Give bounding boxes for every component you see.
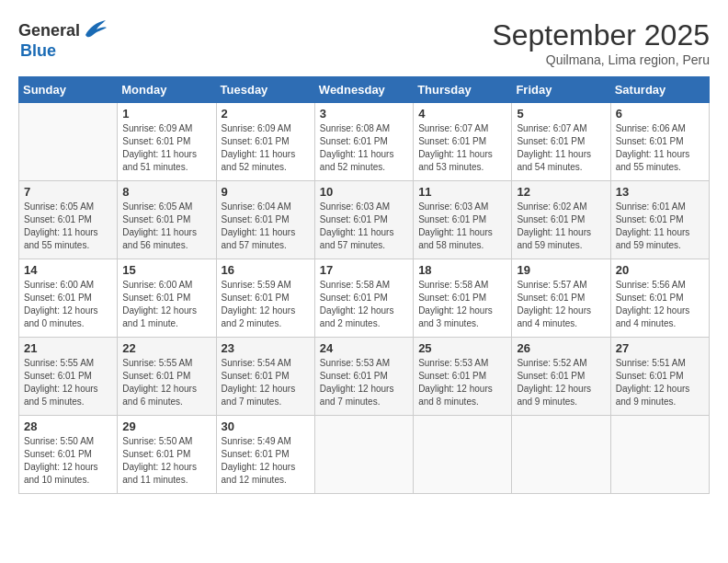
- calendar-cell: [512, 416, 610, 494]
- day-number: 8: [122, 185, 210, 199]
- calendar-cell: 4Sunrise: 6:07 AMSunset: 6:01 PMDaylight…: [414, 103, 512, 181]
- logo-blue-text: Blue: [20, 42, 108, 59]
- calendar-cell: 29Sunrise: 5:50 AMSunset: 6:01 PMDayligh…: [118, 416, 216, 494]
- day-info: Sunrise: 6:00 AMSunset: 6:01 PMDaylight:…: [122, 279, 210, 330]
- calendar-cell: 24Sunrise: 5:53 AMSunset: 6:01 PMDayligh…: [314, 338, 413, 416]
- calendar-cell: 12Sunrise: 6:02 AMSunset: 6:01 PMDayligh…: [512, 181, 610, 259]
- calendar-cell: 30Sunrise: 5:49 AMSunset: 6:01 PMDayligh…: [216, 416, 314, 494]
- day-info: Sunrise: 6:06 AMSunset: 6:01 PMDaylight:…: [616, 122, 704, 174]
- day-info: Sunrise: 5:55 AMSunset: 6:01 PMDaylight:…: [24, 357, 112, 408]
- calendar-cell: [314, 416, 413, 494]
- calendar-cell: 23Sunrise: 5:54 AMSunset: 6:01 PMDayligh…: [216, 338, 314, 416]
- calendar-cell: 17Sunrise: 5:58 AMSunset: 6:01 PMDayligh…: [314, 259, 413, 338]
- title-area: September 2025 Quilmana, Lima region, Pe…: [492, 18, 710, 67]
- day-number: 4: [418, 107, 506, 121]
- day-number: 19: [517, 263, 605, 277]
- header-monday: Monday: [118, 77, 216, 103]
- calendar-cell: 22Sunrise: 5:55 AMSunset: 6:01 PMDayligh…: [118, 338, 216, 416]
- calendar-title: September 2025: [492, 18, 710, 52]
- day-info: Sunrise: 5:49 AMSunset: 6:01 PMDaylight:…: [222, 435, 310, 487]
- day-info: Sunrise: 5:50 AMSunset: 6:01 PMDaylight:…: [24, 435, 112, 487]
- calendar-cell: 21Sunrise: 5:55 AMSunset: 6:01 PMDayligh…: [19, 338, 118, 416]
- day-number: 30: [222, 419, 310, 433]
- calendar-cell: 28Sunrise: 5:50 AMSunset: 6:01 PMDayligh…: [19, 416, 118, 494]
- day-info: Sunrise: 5:56 AMSunset: 6:01 PMDaylight:…: [616, 279, 704, 330]
- day-info: Sunrise: 6:05 AMSunset: 6:01 PMDaylight:…: [24, 201, 112, 252]
- day-info: Sunrise: 6:03 AMSunset: 6:01 PMDaylight:…: [320, 201, 408, 252]
- header: General Blue September 2025 Quilmana, Li…: [18, 18, 710, 67]
- calendar-cell: [414, 416, 512, 494]
- calendar-cell: [610, 416, 709, 494]
- header-saturday: Saturday: [610, 77, 709, 103]
- day-number: 10: [320, 185, 408, 199]
- day-info: Sunrise: 5:58 AMSunset: 6:01 PMDaylight:…: [418, 279, 506, 330]
- day-number: 21: [24, 341, 112, 355]
- day-info: Sunrise: 5:52 AMSunset: 6:01 PMDaylight:…: [517, 357, 605, 408]
- header-friday: Friday: [512, 77, 610, 103]
- logo: General Blue: [18, 18, 108, 59]
- day-number: 18: [418, 263, 506, 277]
- day-info: Sunrise: 6:05 AMSunset: 6:01 PMDaylight:…: [122, 201, 210, 252]
- calendar-week-row: 1Sunrise: 6:09 AMSunset: 6:01 PMDaylight…: [19, 103, 710, 181]
- day-info: Sunrise: 6:09 AMSunset: 6:01 PMDaylight:…: [222, 122, 310, 174]
- day-number: 6: [616, 107, 704, 121]
- day-number: 22: [122, 341, 210, 355]
- calendar-cell: 6Sunrise: 6:06 AMSunset: 6:01 PMDaylight…: [610, 103, 709, 181]
- day-info: Sunrise: 5:53 AMSunset: 6:01 PMDaylight:…: [418, 357, 506, 408]
- calendar-cell: 20Sunrise: 5:56 AMSunset: 6:01 PMDayligh…: [610, 259, 709, 338]
- day-number: 16: [222, 263, 310, 277]
- calendar-cell: [19, 103, 118, 181]
- calendar-cell: 25Sunrise: 5:53 AMSunset: 6:01 PMDayligh…: [414, 338, 512, 416]
- calendar-cell: 10Sunrise: 6:03 AMSunset: 6:01 PMDayligh…: [314, 181, 413, 259]
- header-wednesday: Wednesday: [314, 77, 413, 103]
- calendar-cell: 3Sunrise: 6:08 AMSunset: 6:01 PMDaylight…: [314, 103, 413, 181]
- day-number: 28: [24, 419, 112, 433]
- day-info: Sunrise: 6:08 AMSunset: 6:01 PMDaylight:…: [320, 122, 408, 174]
- calendar-table: SundayMondayTuesdayWednesdayThursdayFrid…: [18, 76, 710, 494]
- calendar-cell: 27Sunrise: 5:51 AMSunset: 6:01 PMDayligh…: [610, 338, 709, 416]
- calendar-week-row: 21Sunrise: 5:55 AMSunset: 6:01 PMDayligh…: [19, 338, 710, 416]
- day-number: 1: [122, 107, 210, 121]
- calendar-cell: 7Sunrise: 6:05 AMSunset: 6:01 PMDaylight…: [19, 181, 118, 259]
- day-info: Sunrise: 5:55 AMSunset: 6:01 PMDaylight:…: [122, 357, 210, 408]
- day-number: 27: [616, 341, 704, 355]
- day-number: 12: [517, 185, 605, 199]
- calendar-week-row: 7Sunrise: 6:05 AMSunset: 6:01 PMDaylight…: [19, 181, 710, 259]
- day-info: Sunrise: 6:04 AMSunset: 6:01 PMDaylight:…: [222, 201, 310, 252]
- day-number: 11: [418, 185, 506, 199]
- day-number: 17: [320, 263, 408, 277]
- day-info: Sunrise: 5:50 AMSunset: 6:01 PMDaylight:…: [122, 435, 210, 487]
- day-info: Sunrise: 5:53 AMSunset: 6:01 PMDaylight:…: [320, 357, 408, 408]
- header-sunday: Sunday: [19, 77, 118, 103]
- day-number: 20: [616, 263, 704, 277]
- day-number: 25: [418, 341, 506, 355]
- calendar-cell: 16Sunrise: 5:59 AMSunset: 6:01 PMDayligh…: [216, 259, 314, 338]
- day-number: 7: [24, 185, 112, 199]
- calendar-week-row: 14Sunrise: 6:00 AMSunset: 6:01 PMDayligh…: [19, 259, 710, 338]
- day-number: 2: [222, 107, 310, 121]
- calendar-cell: 5Sunrise: 6:07 AMSunset: 6:01 PMDaylight…: [512, 103, 610, 181]
- calendar-cell: 26Sunrise: 5:52 AMSunset: 6:01 PMDayligh…: [512, 338, 610, 416]
- day-number: 3: [320, 107, 408, 121]
- calendar-cell: 18Sunrise: 5:58 AMSunset: 6:01 PMDayligh…: [414, 259, 512, 338]
- day-info: Sunrise: 6:03 AMSunset: 6:01 PMDaylight:…: [418, 201, 506, 252]
- day-info: Sunrise: 5:51 AMSunset: 6:01 PMDaylight:…: [616, 357, 704, 408]
- calendar-cell: 9Sunrise: 6:04 AMSunset: 6:01 PMDaylight…: [216, 181, 314, 259]
- day-info: Sunrise: 6:07 AMSunset: 6:01 PMDaylight:…: [517, 122, 605, 174]
- logo-general-text: General: [18, 22, 80, 39]
- calendar-week-row: 28Sunrise: 5:50 AMSunset: 6:01 PMDayligh…: [19, 416, 710, 494]
- calendar-cell: 15Sunrise: 6:00 AMSunset: 6:01 PMDayligh…: [118, 259, 216, 338]
- day-info: Sunrise: 6:09 AMSunset: 6:01 PMDaylight:…: [122, 122, 210, 174]
- day-info: Sunrise: 5:54 AMSunset: 6:01 PMDaylight:…: [222, 357, 310, 408]
- day-number: 13: [616, 185, 704, 199]
- day-number: 5: [517, 107, 605, 121]
- calendar-cell: 13Sunrise: 6:01 AMSunset: 6:01 PMDayligh…: [610, 181, 709, 259]
- header-tuesday: Tuesday: [216, 77, 314, 103]
- day-number: 29: [122, 419, 210, 433]
- day-number: 15: [122, 263, 210, 277]
- day-info: Sunrise: 6:00 AMSunset: 6:01 PMDaylight:…: [24, 279, 112, 330]
- calendar-cell: 19Sunrise: 5:57 AMSunset: 6:01 PMDayligh…: [512, 259, 610, 338]
- day-info: Sunrise: 5:57 AMSunset: 6:01 PMDaylight:…: [517, 279, 605, 330]
- day-number: 14: [24, 263, 112, 277]
- calendar-cell: 1Sunrise: 6:09 AMSunset: 6:01 PMDaylight…: [118, 103, 216, 181]
